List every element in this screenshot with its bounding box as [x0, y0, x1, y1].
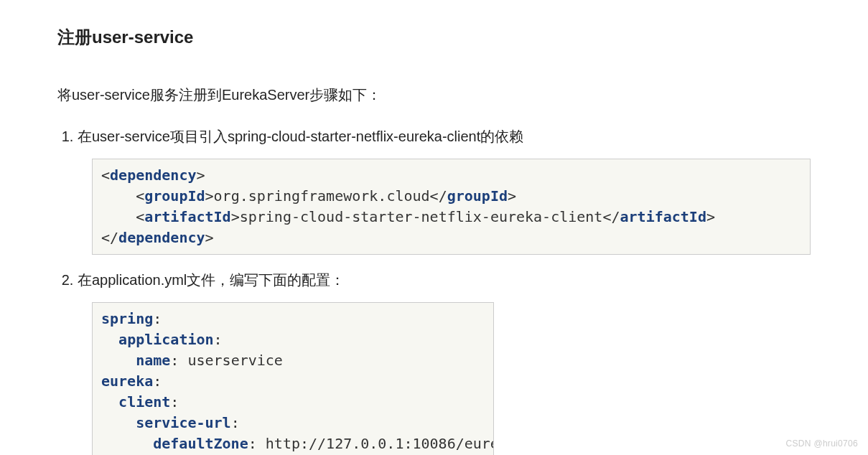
- watermark: CSDN @hrui0706: [786, 436, 858, 451]
- groupid-value: org.springframework.cloud: [214, 187, 430, 205]
- yml-code-block: spring: application: name: userservice e…: [92, 302, 494, 455]
- yml-application: application: [118, 331, 213, 348]
- tag-dependency-open: dependency: [110, 166, 196, 184]
- tag-groupid-close: groupId: [447, 187, 508, 205]
- yml-eureka: eureka: [101, 372, 153, 390]
- tag-dependency-close: dependency: [118, 229, 205, 246]
- xml-code-block: <dependency> <groupId>org.springframewor…: [92, 159, 811, 255]
- section-heading: 注册user-service: [57, 23, 811, 52]
- yml-service-url: service-url: [136, 414, 230, 431]
- yml-defaultzone-key: defaultZone: [153, 435, 248, 452]
- tag-artifactid-close: artifactId: [620, 208, 706, 225]
- yml-name-key: name: [136, 352, 170, 369]
- tag-artifactid-open: artifactId: [144, 208, 230, 225]
- yml-spring: spring: [101, 310, 153, 327]
- tag-groupid-open: groupId: [144, 187, 205, 205]
- steps-list: 在user-service项目引入spring-cloud-starter-ne…: [57, 124, 811, 455]
- yml-defaultzone-value: http://127.0.0.1:10086/eureka/: [266, 435, 494, 452]
- step-1: 在user-service项目引入spring-cloud-starter-ne…: [78, 124, 811, 255]
- yml-name-value: userservice: [187, 352, 282, 369]
- intro-text: 将user-service服务注册到EurekaServer步骤如下：: [57, 83, 811, 107]
- yml-client: client: [118, 393, 170, 411]
- step-2: 在application.yml文件，编写下面的配置： spring: appl…: [78, 268, 811, 455]
- artifactid-value: spring-cloud-starter-netflix-eureka-clie…: [240, 208, 603, 225]
- step-1-text: 在user-service项目引入spring-cloud-starter-ne…: [78, 128, 523, 144]
- step-2-text: 在application.yml文件，编写下面的配置：: [78, 272, 345, 288]
